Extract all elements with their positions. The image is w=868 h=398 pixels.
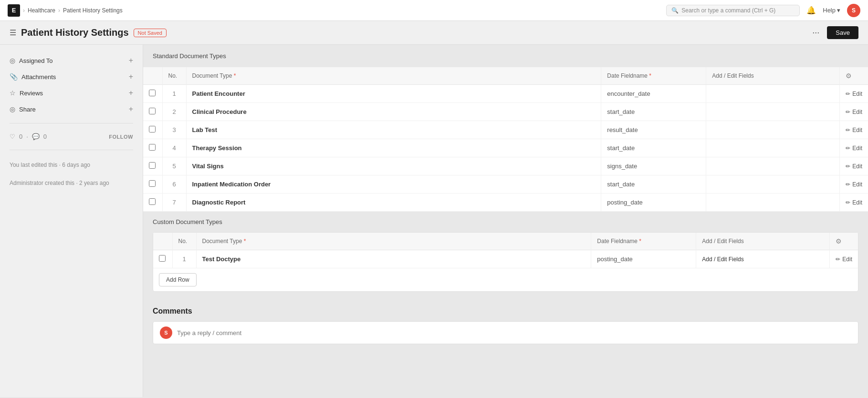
breadcrumb-sep-2: ›: [58, 7, 60, 14]
sidebar-item-share[interactable]: ◎ Share +: [0, 101, 143, 117]
edit-link[interactable]: ✏ Edit: [846, 163, 862, 170]
assigned-to-add-icon[interactable]: +: [129, 56, 133, 65]
table-row: 6 Inpatient Medication Order start_date …: [143, 175, 868, 194]
th-check-standard: [143, 67, 162, 85]
edit-link[interactable]: ✏ Edit: [846, 199, 862, 206]
edit-label: Edit: [852, 145, 862, 152]
date-field-value: posting_date: [597, 255, 632, 263]
last-edited-text: You last edited this · 6 days ago: [0, 156, 143, 174]
row-date-cell: result_date: [601, 121, 706, 139]
user-avatar[interactable]: S: [847, 4, 860, 17]
sidebar-item-left-reviews: ☆ Reviews: [10, 89, 43, 97]
reviews-add-icon[interactable]: +: [129, 89, 133, 97]
comment-input[interactable]: [177, 329, 851, 337]
menu-icon[interactable]: ☰: [10, 28, 16, 37]
edit-label: Edit: [852, 163, 862, 170]
row-checkbox[interactable]: [149, 90, 156, 96]
row-checkbox[interactable]: [159, 255, 166, 262]
req-star-2: *: [648, 72, 651, 79]
row-checkbox[interactable]: [149, 126, 156, 133]
row-checkbox[interactable]: [149, 108, 156, 114]
edit-pencil-icon: ✏: [846, 109, 850, 115]
row-edit-cell: ✏ Edit: [840, 103, 868, 121]
topbar: E › Healthcare › Patient History Setting…: [0, 0, 868, 21]
sidebar-item-assigned-to[interactable]: ◎ Assigned To +: [0, 52, 143, 69]
gear-icon-standard[interactable]: ⚙: [846, 72, 852, 80]
sidebar-item-reviews[interactable]: ☆ Reviews +: [0, 85, 143, 101]
row-check-cell: [143, 157, 162, 175]
row-add-edit-cell: [706, 175, 840, 194]
gear-icon-custom[interactable]: ⚙: [836, 237, 842, 245]
edit-pencil-icon: ✏: [836, 256, 840, 263]
follow-button[interactable]: FOLLOW: [109, 134, 133, 140]
help-label: Help: [823, 7, 836, 14]
date-field-value: start_date: [607, 108, 635, 115]
row-check-cell: [143, 103, 162, 121]
row-no-cell: 6: [162, 175, 186, 194]
row-doctype-cell: Therapy Session: [186, 139, 601, 157]
save-button[interactable]: Save: [827, 26, 858, 39]
add-edit-fields-link[interactable]: Add / Edit Fields: [702, 256, 743, 263]
table-row: 1 Test Doctype posting_date Add / Edit F…: [153, 250, 858, 268]
row-checkbox[interactable]: [149, 144, 156, 151]
edit-link[interactable]: ✏ Edit: [836, 256, 852, 263]
breadcrumb-settings[interactable]: Patient History Settings: [63, 7, 123, 14]
page-header-right: ··· Save: [808, 26, 858, 40]
table-row: 4 Therapy Session start_date ✏ Edit: [143, 139, 868, 157]
row-add-edit-cell: Add / Edit Fields: [696, 250, 830, 268]
row-checkbox[interactable]: [149, 180, 156, 187]
add-row-button[interactable]: Add Row: [159, 273, 197, 286]
row-check-cell: [143, 175, 162, 194]
sidebar-item-left-attachments: 📎 Attachments: [10, 73, 56, 81]
row-date-cell: posting_date: [601, 194, 706, 212]
row-checkbox[interactable]: [149, 198, 156, 205]
standard-section-title: Standard Document Types: [153, 52, 858, 60]
page-header: ☰ Patient History Settings Not Saved ···…: [0, 21, 868, 45]
breadcrumb-healthcare[interactable]: Healthcare: [28, 7, 55, 14]
more-options-button[interactable]: ···: [808, 26, 823, 40]
table-row: 1 Patient Encounter encounter_date ✏ Edi…: [143, 85, 868, 103]
custom-section-title: Custom Document Types: [153, 218, 858, 225]
help-button[interactable]: Help ▾: [823, 7, 840, 14]
row-no-cell: 1: [172, 250, 196, 268]
edit-link[interactable]: ✏ Edit: [846, 181, 862, 188]
edit-link[interactable]: ✏ Edit: [846, 109, 862, 115]
req-star-3: *: [242, 238, 246, 245]
status-badge: Not Saved: [134, 29, 167, 37]
doc-type-name: Clinical Procedure: [192, 108, 247, 115]
row-date-cell: signs_date: [601, 157, 706, 175]
row-checkbox[interactable]: [149, 162, 156, 169]
row-doctype-cell: Diagnostic Report: [186, 194, 601, 212]
custom-table-header: No. Document Type * Date Fieldname * Add…: [153, 233, 858, 250]
row-date-cell: start_date: [601, 103, 706, 121]
sidebar-divider-2: [10, 150, 133, 150]
doc-type-name: Therapy Session: [192, 144, 242, 152]
row-edit-cell: ✏ Edit: [840, 121, 868, 139]
th-addfields-standard: Add / Edit Fields: [706, 67, 840, 85]
search-icon: 🔍: [671, 7, 679, 14]
date-field-value: encounter_date: [607, 90, 650, 97]
likes-count: 0: [19, 133, 22, 140]
edit-link[interactable]: ✏ Edit: [846, 145, 862, 152]
table-row: 7 Diagnostic Report posting_date ✏ Edit: [143, 194, 868, 212]
search-box[interactable]: 🔍 Search or type a command (Ctrl + G): [666, 5, 800, 16]
created-by-text: Administrator created this · 2 years ago: [0, 174, 143, 192]
sidebar-item-left-assigned: ◎ Assigned To: [10, 57, 53, 64]
sidebar-item-left-share: ◎ Share: [10, 105, 36, 113]
date-field-value: posting_date: [607, 199, 642, 206]
custom-doc-table-wrapper: No. Document Type * Date Fieldname * Add…: [153, 232, 858, 292]
assigned-to-icon: ◎: [10, 57, 15, 64]
share-add-icon[interactable]: +: [129, 105, 133, 113]
edit-link[interactable]: ✏ Edit: [846, 127, 862, 133]
bell-icon[interactable]: 🔔: [806, 6, 816, 15]
comments-section: Comments S: [143, 299, 868, 352]
attachments-add-icon[interactable]: +: [129, 72, 133, 81]
sidebar: ◎ Assigned To + 📎 Attachments + ☆ Review…: [0, 45, 143, 397]
edit-link[interactable]: ✏ Edit: [846, 91, 862, 97]
sidebar-label-share: Share: [19, 106, 36, 113]
comments-title: Comments: [153, 307, 858, 316]
sidebar-item-attachments[interactable]: 📎 Attachments +: [0, 69, 143, 85]
page-title: Patient History Settings: [21, 27, 129, 38]
row-check-cell: [143, 194, 162, 212]
search-placeholder: Search or type a command (Ctrl + G): [681, 7, 775, 14]
